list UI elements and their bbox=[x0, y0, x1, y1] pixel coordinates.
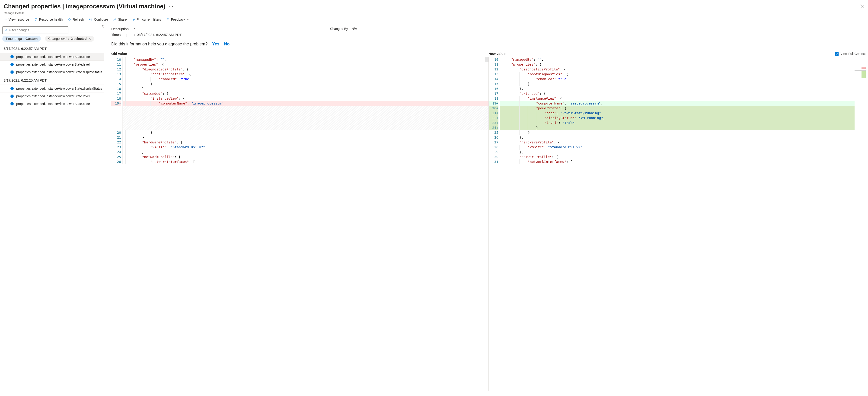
details-pane: Description: Timestamp:03/17/2021, 6:22:… bbox=[104, 23, 868, 391]
gear-icon bbox=[89, 18, 93, 21]
info-icon bbox=[10, 70, 14, 74]
heart-icon bbox=[34, 18, 37, 21]
svg-point-18 bbox=[12, 95, 12, 96]
resource-health-button[interactable]: Resource health bbox=[34, 18, 63, 21]
page-subtitle: Change Details bbox=[0, 11, 868, 16]
svg-rect-20 bbox=[12, 104, 12, 105]
collapse-icon[interactable] bbox=[100, 24, 104, 28]
svg-point-15 bbox=[12, 88, 12, 88]
scrollbar[interactable] bbox=[485, 57, 489, 62]
sidebar: Time range : Custom Change level : 2 sel… bbox=[0, 23, 104, 391]
svg-point-1 bbox=[90, 19, 92, 20]
close-icon[interactable] bbox=[860, 4, 864, 8]
refresh-icon bbox=[68, 18, 71, 21]
change-item[interactable]: properties.extended.instanceView.powerSt… bbox=[0, 85, 104, 92]
change-item[interactable]: properties.extended.instanceView.powerSt… bbox=[0, 100, 104, 107]
change-item[interactable]: properties.extended.instanceView.powerSt… bbox=[0, 53, 104, 61]
diff-viewer: 10111213141516171819-20212223242526 "man… bbox=[111, 57, 866, 391]
svg-point-9 bbox=[12, 64, 12, 64]
time-range-pill[interactable]: Time range : Custom bbox=[2, 36, 41, 42]
configure-button[interactable]: Configure bbox=[89, 18, 108, 21]
filter-field[interactable] bbox=[9, 28, 66, 32]
minimap[interactable] bbox=[855, 57, 866, 391]
header: Changed properties | imageprocessvm (Vir… bbox=[0, 0, 868, 11]
feedback-button[interactable]: Feedback bbox=[166, 18, 189, 21]
svg-point-0 bbox=[5, 19, 6, 20]
changedby-label: Changed By bbox=[330, 27, 348, 38]
old-value-pane[interactable]: 10111213141516171819-20212223242526 "man… bbox=[111, 57, 489, 391]
filter-input[interactable] bbox=[2, 26, 68, 34]
info-icon bbox=[10, 55, 14, 59]
feedback-question: Did this information help you diagnose t… bbox=[111, 42, 208, 46]
svg-rect-8 bbox=[12, 64, 12, 65]
share-icon bbox=[113, 18, 117, 21]
change-item[interactable]: properties.extended.instanceView.powerSt… bbox=[0, 68, 104, 76]
new-value-header: New value bbox=[489, 52, 505, 56]
pin-filters-button[interactable]: Pin current filters bbox=[132, 18, 161, 21]
info-icon bbox=[10, 63, 14, 66]
info-icon bbox=[10, 87, 14, 90]
description-label: Description bbox=[111, 27, 132, 31]
svg-point-6 bbox=[12, 56, 12, 56]
change-level-pill[interactable]: Change level : 2 selected bbox=[45, 36, 94, 42]
change-item[interactable]: properties.extended.instanceView.powerSt… bbox=[0, 61, 104, 68]
svg-point-2 bbox=[167, 18, 168, 20]
search-icon bbox=[4, 29, 7, 32]
share-button[interactable]: Share bbox=[113, 18, 127, 21]
svg-rect-11 bbox=[12, 72, 12, 73]
clear-filter-icon[interactable] bbox=[88, 37, 91, 40]
info-icon bbox=[10, 94, 14, 98]
pin-icon bbox=[132, 18, 135, 21]
eye-icon bbox=[4, 18, 7, 21]
person-icon bbox=[166, 18, 170, 21]
svg-point-3 bbox=[5, 29, 6, 31]
page-title: Changed properties | imageprocessvm (Vir… bbox=[4, 3, 165, 10]
refresh-button[interactable]: Refresh bbox=[68, 18, 84, 21]
timestamp-label: Timestamp bbox=[111, 33, 132, 37]
old-value-header: Old value bbox=[111, 52, 489, 56]
change-item[interactable]: properties.extended.instanceView.powerSt… bbox=[0, 92, 104, 100]
toolbar: View resource Resource health Refresh Co… bbox=[0, 16, 868, 23]
new-value-pane[interactable]: 10111213141516171819+20+21+22+23+24+2526… bbox=[489, 57, 866, 391]
info-icon bbox=[10, 102, 14, 106]
svg-point-21 bbox=[12, 103, 12, 103]
svg-rect-17 bbox=[12, 96, 12, 97]
feedback-yes[interactable]: Yes bbox=[212, 42, 219, 46]
more-icon[interactable]: ··· bbox=[169, 4, 173, 9]
timestamp-value: 03/17/2021, 6:22:57 AM PDT bbox=[137, 33, 182, 37]
chevron-down-icon bbox=[187, 18, 189, 21]
svg-rect-14 bbox=[12, 88, 12, 90]
change-group-header: 3/17/2021, 6:22:25 AM PDT bbox=[0, 76, 104, 85]
view-resource-button[interactable]: View resource bbox=[4, 18, 29, 21]
view-full-context-checkbox[interactable]: View Full Context bbox=[835, 52, 866, 56]
change-group-header: 3/17/2021, 6:22:57 AM PDT bbox=[0, 44, 104, 53]
changedby-value: N/A bbox=[352, 27, 357, 38]
feedback-no[interactable]: No bbox=[224, 42, 229, 46]
svg-rect-5 bbox=[12, 57, 12, 58]
svg-point-12 bbox=[12, 71, 12, 72]
checkbox-checked-icon bbox=[835, 52, 839, 56]
